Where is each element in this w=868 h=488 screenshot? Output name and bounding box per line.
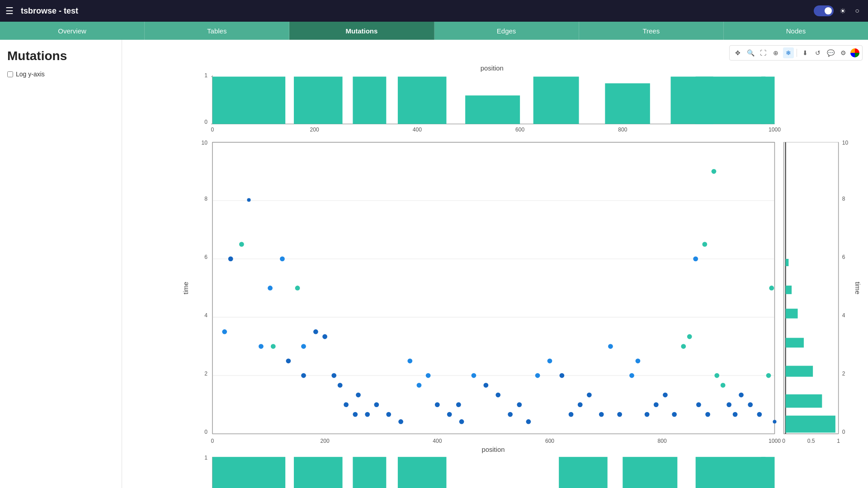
nav-trees[interactable]: Trees	[579, 22, 724, 40]
svg-text:8: 8	[204, 196, 208, 202]
right-hist-bar-t4	[786, 309, 798, 319]
scatter-dot	[687, 334, 692, 339]
scatter-dot	[748, 402, 753, 407]
hamburger-icon[interactable]: ☰	[5, 5, 14, 16]
chart-toolbar: ✥ 🔍 ⛶ ⊕ ❄ ⬇ ↺ 💬 ⚙	[729, 45, 863, 61]
scatter-dot	[295, 286, 300, 291]
scatter-dot	[344, 402, 349, 407]
right-hist-bar-t6	[786, 259, 789, 266]
scatter-dot	[712, 169, 717, 174]
bottom-hist-bar-4	[398, 457, 447, 488]
svg-text:0: 0	[782, 438, 785, 444]
settings-icon[interactable]: ⚙	[838, 47, 849, 58]
scatter-dot	[578, 402, 583, 407]
multicolor-icon[interactable]	[850, 48, 859, 57]
svg-text:0: 0	[211, 438, 214, 444]
refresh-icon[interactable]: ↺	[812, 47, 823, 58]
top-hist-x-label: position	[481, 65, 504, 72]
nav-overview[interactable]: Overview	[0, 22, 145, 40]
scatter-dot	[654, 402, 659, 407]
download-icon[interactable]: ⬇	[800, 47, 811, 58]
scatter-plot: time 0 2 4 6 8 10 0 200 400 600	[182, 140, 781, 453]
navigation: Overview Tables Mutations Edges Trees No…	[0, 22, 868, 40]
svg-text:400: 400	[433, 438, 442, 444]
bottom-histogram: 0 1 0 200 400 600 800 1000 tree density	[204, 455, 781, 488]
chart-area: ✥ 🔍 ⛶ ⊕ ❄ ⬇ ↺ 💬 ⚙ position	[122, 40, 868, 488]
reset-icon[interactable]: ⊕	[770, 47, 781, 58]
top-hist-bar-6	[533, 77, 579, 124]
page-title: Mutations	[7, 49, 114, 63]
scatter-dot	[386, 412, 391, 417]
svg-text:200: 200	[320, 438, 329, 444]
svg-text:10: 10	[202, 140, 208, 146]
scatter-dot	[693, 257, 698, 262]
nav-edges[interactable]: Edges	[434, 22, 579, 40]
scatter-y-label: time	[182, 282, 189, 294]
scatter-dot	[766, 373, 771, 378]
svg-text:600: 600	[515, 127, 524, 133]
sparkle-icon[interactable]: ❄	[783, 47, 794, 58]
scatter-dot	[353, 412, 358, 417]
scatter-dot	[508, 412, 513, 417]
bottom-hist-bar-2	[294, 457, 343, 488]
right-hist-y-label: time	[854, 282, 861, 294]
scatter-dot	[483, 383, 488, 388]
scatter-dot	[702, 242, 707, 247]
comment-icon[interactable]: 💬	[825, 47, 836, 58]
scatter-dot	[374, 402, 379, 407]
top-hist-y0: 0	[204, 119, 208, 125]
scatter-dot	[239, 242, 244, 247]
bottom-hist-bar-5	[559, 457, 608, 488]
scatter-dot	[769, 286, 774, 291]
scatter-dot	[681, 344, 686, 349]
svg-text:4: 4	[204, 312, 208, 319]
svg-text:6: 6	[842, 254, 845, 260]
bottom-hist-bar-1	[212, 457, 285, 488]
bottom-hist-bar-6	[623, 457, 677, 488]
scatter-dot	[495, 393, 500, 398]
scatter-dot	[636, 358, 641, 363]
scatter-dot	[398, 419, 403, 424]
brightness-icon[interactable]: ☀	[837, 5, 848, 16]
svg-text:1000: 1000	[769, 438, 781, 444]
nav-tables[interactable]: Tables	[145, 22, 289, 40]
svg-text:8: 8	[842, 196, 845, 202]
log-y-axis-label: Log y-axis	[16, 70, 45, 78]
scatter-dot	[733, 412, 738, 417]
top-hist-bar-2	[294, 77, 343, 124]
scatter-dot	[322, 334, 327, 339]
scatter-dot	[472, 373, 476, 378]
zoom-icon[interactable]: 🔍	[745, 47, 756, 58]
nav-nodes[interactable]: Nodes	[724, 22, 868, 40]
select-icon[interactable]: ⛶	[758, 47, 769, 58]
theme-toggle[interactable]	[814, 5, 834, 16]
scatter-dot	[726, 402, 731, 407]
pan-icon[interactable]: ✥	[732, 47, 743, 58]
charts-svg: position 0 1 0 200 400 600 800 1000	[127, 63, 863, 488]
svg-text:0: 0	[204, 429, 208, 435]
scatter-dot	[757, 412, 762, 417]
scatter-dot	[721, 383, 726, 388]
top-hist-y1: 1	[204, 72, 208, 79]
top-hist-bar-1	[212, 77, 285, 124]
circle-icon[interactable]: ○	[852, 5, 863, 16]
right-hist-border	[784, 142, 839, 434]
scatter-dot	[629, 373, 634, 378]
svg-text:10: 10	[842, 140, 849, 146]
top-hist-bar-3	[353, 77, 386, 124]
nav-mutations[interactable]: Mutations	[289, 22, 434, 40]
scatter-dot	[608, 344, 613, 349]
top-hist-bar-9	[696, 77, 766, 124]
right-hist-bar-t0	[786, 416, 835, 433]
scatter-dot	[459, 419, 464, 424]
svg-text:0: 0	[842, 429, 845, 435]
log-y-axis-input[interactable]	[7, 71, 13, 77]
scatter-dot	[356, 393, 361, 398]
main-layout: Mutations Log y-axis ✥ 🔍 ⛶ ⊕ ❄ ⬇ ↺ 💬 ⚙	[0, 40, 868, 488]
log-y-axis-checkbox[interactable]: Log y-axis	[7, 70, 114, 78]
scatter-dot	[456, 402, 461, 407]
scatter-dot	[259, 344, 264, 349]
svg-text:1: 1	[204, 455, 208, 461]
header: ☰ tsbrowse - test ☀ ○	[0, 0, 868, 22]
top-hist-bar-4	[398, 77, 447, 124]
